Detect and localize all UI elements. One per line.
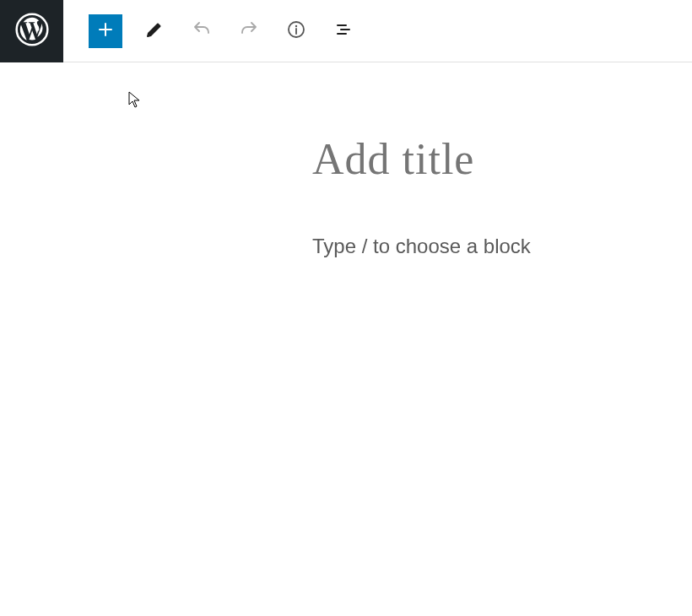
document-overview-button[interactable] [328,16,359,46]
pencil-icon [144,19,165,42]
toolbar-button-group [63,14,359,48]
wordpress-logo-button[interactable] [0,0,63,62]
editor-toolbar [0,0,692,62]
redo-icon [239,19,259,42]
info-icon [286,19,306,42]
redo-button[interactable] [234,16,264,46]
add-block-button[interactable] [89,14,122,48]
post-title-input[interactable] [312,134,641,184]
list-view-icon [333,19,354,42]
editor-canvas[interactable]: Type / to choose a block [0,62,692,258]
block-placeholder-prompt[interactable]: Type / to choose a block [312,235,641,258]
undo-button[interactable] [187,16,217,46]
tools-button[interactable] [139,16,170,46]
svg-point-2 [295,25,297,27]
wordpress-logo-icon [15,13,49,50]
details-button[interactable] [281,16,311,46]
plus-icon [95,19,116,42]
undo-icon [192,19,212,42]
